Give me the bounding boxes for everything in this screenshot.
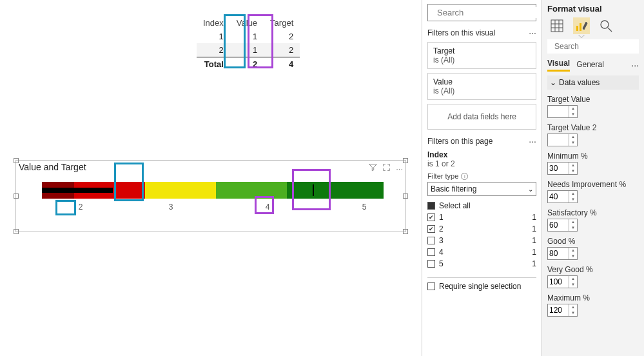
- prop-very-good-label: Very Good %: [547, 265, 639, 274]
- filter-value-1[interactable]: 1 1: [427, 212, 536, 223]
- resize-handle[interactable]: [403, 158, 408, 163]
- filters-pane: Filters on this visual ··· Target is (Al…: [422, 0, 542, 356]
- tabs-more-icon[interactable]: ···: [631, 60, 639, 70]
- spin-up-icon[interactable]: ▲: [569, 163, 577, 168]
- spin-up-icon[interactable]: ▲: [569, 304, 577, 310]
- prop-very-good-input[interactable]: ▲▼: [547, 275, 578, 288]
- resize-handle[interactable]: [14, 229, 19, 234]
- filter-field-name: Index: [427, 150, 536, 159]
- checkbox-icon[interactable]: [427, 237, 435, 244]
- spin-up-icon[interactable]: ▲: [569, 219, 577, 225]
- filter-value-5[interactable]: 5 1: [427, 258, 536, 270]
- annotation-purple-target-marker: [292, 169, 331, 210]
- add-fields-dropzone[interactable]: Add data fields here: [427, 104, 536, 130]
- filter-card-value[interactable]: Value is (All): [427, 73, 536, 100]
- filters-on-page-label: Filters on this page: [427, 137, 493, 146]
- svg-rect-2: [551, 20, 563, 32]
- filters-on-visual-label: Filters on this visual: [427, 28, 495, 37]
- report-canvas: Index Value Target 1 1 2 2 1 2 Total 2 4…: [0, 0, 422, 356]
- spin-down-icon[interactable]: ▼: [569, 225, 577, 231]
- format-search-input[interactable]: [553, 41, 644, 52]
- spin-up-icon[interactable]: ▲: [569, 276, 577, 282]
- prop-minimum-label: Minimum %: [547, 152, 639, 161]
- prop-target-value-label: Target Value: [547, 95, 639, 104]
- checkbox-icon[interactable]: [427, 248, 435, 256]
- filters-search[interactable]: [427, 4, 536, 21]
- spin-up-icon[interactable]: ▲: [569, 248, 577, 253]
- section-data-values[interactable]: ⌄ Data values: [547, 75, 639, 90]
- bullet-plot-area: 2 3 4 5: [42, 182, 384, 208]
- band-satisfactory: [145, 182, 216, 199]
- more-options-icon[interactable]: ···: [396, 164, 403, 173]
- checkbox-icon[interactable]: [427, 213, 435, 221]
- tab-visual[interactable]: Visual: [547, 59, 570, 72]
- focus-mode-icon[interactable]: [382, 163, 391, 173]
- axis-tick: 2: [74, 203, 87, 212]
- require-single-selection[interactable]: Require single selection: [427, 277, 536, 291]
- spin-up-icon[interactable]: ▲: [569, 134, 577, 140]
- format-pane: Format visual Visual General ··· ⌄ Data …: [542, 0, 644, 356]
- prop-satisfactory-input[interactable]: ▲▼: [547, 219, 578, 232]
- format-visual-icon[interactable]: [573, 17, 590, 34]
- tab-general[interactable]: General: [576, 60, 604, 71]
- checkbox-icon[interactable]: [427, 225, 435, 233]
- format-search[interactable]: [547, 39, 639, 54]
- prop-maximum-label: Maximum %: [547, 293, 639, 302]
- spin-up-icon[interactable]: ▲: [569, 191, 577, 197]
- filter-value-list: Select all 1 1 2 1 3 1 4 1 5 1: [427, 200, 536, 270]
- prop-good-label: Good %: [547, 237, 639, 246]
- spin-down-icon[interactable]: ▼: [569, 282, 577, 288]
- filter-value-3[interactable]: 3 1: [427, 235, 536, 246]
- filters-search-input[interactable]: [436, 7, 547, 18]
- prop-target-value-2-label: Target Value 2: [547, 123, 639, 132]
- prop-good-input[interactable]: ▲▼: [547, 247, 578, 260]
- filter-card-index: Index is 1 or 2 Filter type i Basic filt…: [427, 150, 536, 291]
- axis-tick: 5: [358, 203, 371, 212]
- filter-field-state: is 1 or 2: [427, 159, 536, 168]
- axis-tick: 3: [164, 203, 177, 212]
- prop-minimum-input[interactable]: ▲▼: [547, 162, 578, 175]
- resize-handle[interactable]: [403, 229, 408, 234]
- checkbox-icon[interactable]: [427, 260, 435, 268]
- band-good: [216, 182, 287, 199]
- spin-down-icon[interactable]: ▼: [569, 197, 577, 203]
- filter-type-dropdown[interactable]: Basic filtering ⌄: [427, 182, 536, 196]
- prop-maximum-input[interactable]: ▲▼: [547, 304, 578, 317]
- spin-down-icon[interactable]: ▼: [569, 310, 577, 316]
- spin-down-icon[interactable]: ▼: [569, 140, 577, 146]
- info-icon[interactable]: i: [461, 173, 468, 180]
- filter-icon[interactable]: [369, 163, 377, 173]
- section-more-icon[interactable]: ···: [529, 28, 536, 38]
- filter-value-4[interactable]: 4 1: [427, 246, 536, 258]
- prop-needs-improvement-input[interactable]: ▲▼: [547, 190, 578, 203]
- bullet-chart-visual[interactable]: Value and Target ··· 2 3 4 5: [15, 160, 406, 232]
- prop-needs-improvement-label: Needs Improvement %: [547, 180, 639, 189]
- filter-card-target[interactable]: Target is (All): [427, 42, 536, 69]
- resize-handle[interactable]: [14, 193, 19, 199]
- filter-type-label: Filter type: [427, 172, 458, 180]
- chevron-down-icon: ⌄: [550, 78, 556, 87]
- svg-line-10: [608, 28, 612, 32]
- spin-up-icon[interactable]: ▲: [569, 106, 577, 112]
- resize-handle[interactable]: [14, 158, 19, 163]
- chevron-down-icon: ⌄: [528, 186, 533, 193]
- annotation-purple-target-col: [248, 14, 273, 68]
- section-more-icon[interactable]: ···: [529, 136, 536, 146]
- build-visual-icon[interactable]: [549, 17, 565, 34]
- resize-handle[interactable]: [403, 193, 408, 199]
- annotation-blue-value-col: [224, 14, 246, 68]
- checkbox-icon[interactable]: [427, 282, 435, 290]
- spin-down-icon[interactable]: ▼: [569, 168, 577, 174]
- annotation-blue-value-bar: [114, 163, 144, 201]
- analytics-icon[interactable]: [598, 17, 614, 34]
- annotation-purple-axis-4: [255, 196, 274, 214]
- spin-down-icon[interactable]: ▼: [569, 112, 577, 117]
- svg-rect-8: [580, 23, 581, 31]
- value-bar: [42, 188, 113, 193]
- select-all-row[interactable]: Select all: [427, 200, 536, 212]
- filter-value-2[interactable]: 2 1: [427, 223, 536, 235]
- checkbox-icon[interactable]: [427, 202, 435, 210]
- spin-down-icon[interactable]: ▼: [569, 253, 577, 259]
- prop-target-value-2-input[interactable]: ▲▼: [547, 134, 578, 146]
- prop-target-value-input[interactable]: ▲▼: [547, 105, 578, 118]
